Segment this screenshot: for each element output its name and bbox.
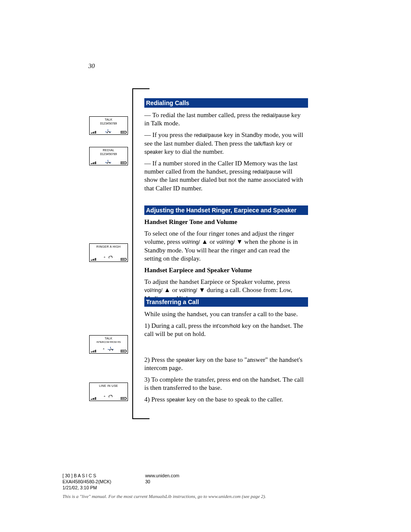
mock-title: TALK [90, 337, 128, 340]
footer-url: www.uniden.com [145, 473, 274, 479]
mock-line2: 0123456789 [90, 122, 128, 125]
text: — To redial the last number called, pres… [144, 112, 262, 118]
footer-hint: This is a "live" manual. For the most cu… [62, 493, 349, 500]
key-label: speaker [167, 397, 185, 403]
text: While using the handset, you can transfe… [144, 310, 307, 318]
key-label: redial/pause [252, 169, 280, 175]
mock-status-bar: 𝄐 [91, 257, 126, 261]
down-arrow-icon: ▼ [237, 238, 243, 245]
text: or [172, 286, 179, 293]
footer-page: 30 [145, 479, 274, 485]
handset-icon [109, 255, 113, 258]
text: 3) To complete the transfer, press [144, 376, 232, 383]
text: or [209, 238, 216, 245]
text: 2) Press the [144, 356, 176, 363]
subheading: Handset Ringer Tone and Volume [144, 218, 237, 225]
text: key to dial the number. [164, 148, 224, 155]
mock-title: RINGER A HIGH [90, 245, 128, 248]
mock-status-bar: 𝄐 [91, 396, 126, 400]
battery-icon [121, 258, 126, 261]
mock-status-bar [91, 160, 126, 164]
text: 1) During a call, press the [144, 322, 213, 329]
key-label: end [232, 377, 240, 383]
section-body-transfer: While using the handset, you can transfe… [144, 310, 307, 404]
mock-status-bar: 𝄐 [91, 348, 126, 352]
section-header-transfer: Transferring a Call [144, 297, 308, 307]
display-mock-redial: REDIAL 0123456789 [89, 147, 128, 165]
signal-icon [91, 397, 96, 400]
section-header-redial: Redialing Calls [144, 98, 308, 108]
page-number: 30 [88, 62, 95, 70]
battery-icon [121, 350, 126, 352]
up-arrow-icon: ▲ [202, 238, 208, 245]
key-label: talk/flash [254, 141, 274, 147]
mute-icon: 𝄐 [103, 348, 104, 351]
text: key or [276, 140, 292, 147]
battery-icon [121, 162, 126, 164]
text: key on the base to speak to the caller. [187, 396, 283, 403]
subheading: Handset Earpiece and Speaker Volume [144, 267, 252, 274]
mock-line2: INTERCOM FROM HS [90, 341, 128, 343]
footer-doc-id: EXAI4580/4580-2(MCK) [62, 479, 136, 485]
down-arrow-icon: ▼ [199, 286, 205, 293]
key-label: vol/ring/ [217, 239, 235, 245]
section-body-redial: — To redial the last number called, pres… [144, 111, 307, 196]
key-label: speaker [176, 357, 195, 363]
mock-title: LINE IN USE [90, 384, 128, 387]
key-label: redial/pause [194, 132, 222, 138]
key-label: vol/ring/ [179, 287, 197, 293]
text: To adjust the handset Earpiece or Speake… [144, 278, 290, 285]
handset-icon [109, 395, 113, 398]
signal-icon [91, 162, 96, 164]
display-mock-intercom: TALK INTERCOM FROM HS 𝄐 [89, 335, 128, 354]
display-mock-talk: TALK 0123456789 [89, 116, 128, 135]
mock-title: TALK [90, 118, 128, 121]
mute-icon: 𝄐 [104, 256, 105, 259]
key-label: int'com/hold [213, 323, 240, 329]
signal-icon [91, 131, 96, 134]
text: 4) Press [144, 396, 167, 403]
mock-status-bar [91, 130, 126, 134]
signal-icon [91, 258, 96, 261]
footer-breadcrumb: [ 30 ] B A S I C S [62, 473, 136, 479]
footer-timestamp: 1/21/02, 3:10 PM [62, 485, 136, 491]
in-use-icon [105, 129, 111, 134]
battery-icon [121, 131, 126, 134]
mock-line2: 0123456789 [90, 152, 128, 156]
signal-icon [91, 350, 96, 352]
mute-icon: 𝄐 [104, 395, 105, 398]
display-mock-line-in-use: LINE IN USE 𝄐 [89, 383, 128, 401]
section-title: Redialing Calls [144, 100, 189, 106]
up-arrow-icon: ▲ [164, 286, 171, 293]
section-body-volume: Handset Ringer Tone and Volume To select… [144, 218, 307, 306]
key-label: speaker [144, 149, 163, 155]
text: — If you press the [144, 131, 194, 138]
page-footer: [ 30 ] B A S I C S EXAI4580/4580-2(MCK) … [62, 473, 349, 500]
key-label: redial/pause [262, 112, 290, 118]
section-title: Transferring a Call [144, 299, 199, 305]
key-label: vol/ring/ [182, 239, 200, 245]
battery-icon [121, 397, 126, 400]
mock-title: REDIAL [90, 149, 128, 152]
section-header-volume: Adjusting the Handset Ringer, Earpiece a… [144, 205, 308, 215]
in-use-icon [108, 347, 114, 351]
in-use-icon [105, 160, 111, 164]
display-mock-ringer: RINGER A HIGH 𝄐 [89, 243, 128, 262]
key-label: vol/ring/ [144, 287, 162, 293]
